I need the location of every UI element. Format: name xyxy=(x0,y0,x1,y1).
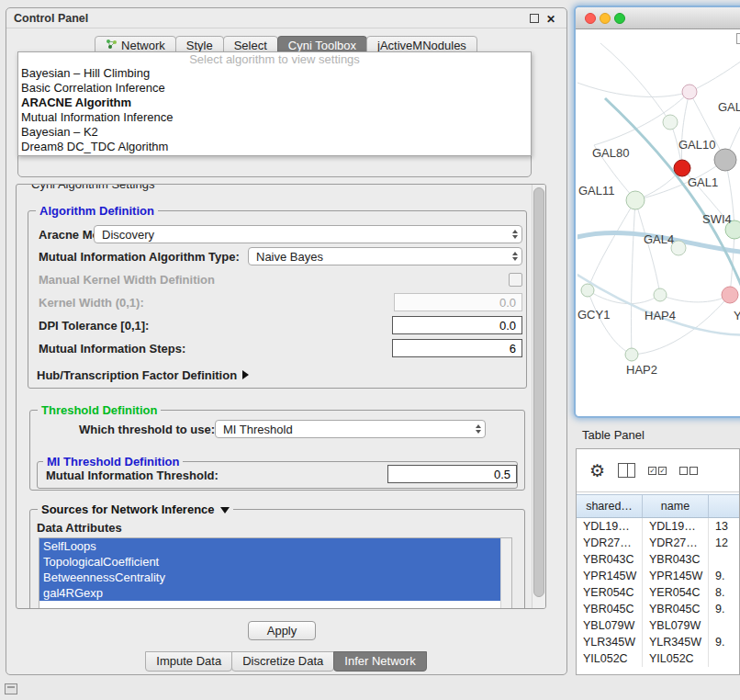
algorithm-option[interactable]: Mutual Information Inference xyxy=(18,110,531,125)
tab-discretize-data-label: Discretize Data xyxy=(242,652,323,671)
algorithm-option[interactable]: Dream8 DC_TDC Algorithm xyxy=(18,140,531,154)
tab-impute-data[interactable]: Impute Data xyxy=(145,651,232,672)
node-label: SWI4 xyxy=(702,212,732,226)
table-row[interactable]: YLR345WYLR345W9. xyxy=(577,634,739,650)
cyni-algorithm-settings-group: Cyni Algorithm Settings Algorithm Defini… xyxy=(16,184,546,609)
data-attributes-list: SelfLoops TopologicalCoefficient Between… xyxy=(39,537,512,609)
network-view-window: GAL80 GAL10 GAL GAL11 GAL1 SWI4 GAL4 GCY… xyxy=(574,6,740,418)
manual-kernel-checkbox[interactable] xyxy=(509,273,522,287)
table-row[interactable]: YIL052CYIL052C xyxy=(577,650,739,667)
control-panel-window: Control Panel Network Style Select Cyni … xyxy=(6,7,567,675)
node-label: GAL11 xyxy=(578,184,615,198)
hub-section-toggle[interactable]: Hub/Transcription Factor Definition xyxy=(37,368,249,382)
node-label: Y xyxy=(734,309,740,322)
combo-up-down-icon xyxy=(476,424,481,434)
birdseye-toggle-icon[interactable] xyxy=(736,33,740,44)
table-row[interactable]: YBL079WYBL079W xyxy=(577,617,739,634)
network-node[interactable] xyxy=(654,288,667,301)
table-panel-title: Table Panel xyxy=(582,428,645,442)
sources-group-toggle[interactable]: Sources for Network Inference xyxy=(38,502,233,516)
combo-up-down-icon xyxy=(512,230,518,239)
algorithm-option[interactable]: Bayesian – K2 xyxy=(18,125,531,140)
table-row[interactable]: YPR145WYPR145W9. xyxy=(577,568,739,584)
aracne-mode-value: Discovery xyxy=(102,228,154,242)
node-label: GAL4 xyxy=(644,232,674,246)
network-node[interactable] xyxy=(581,284,594,297)
which-threshold-combobox[interactable]: MI Threshold xyxy=(215,420,486,438)
network-canvas[interactable]: GAL80 GAL10 GAL GAL11 GAL1 SWI4 GAL4 GCY… xyxy=(577,29,740,418)
table-row[interactable]: YER054CYER054C8. xyxy=(577,584,739,601)
hub-section-label: Hub/Transcription Factor Definition xyxy=(37,368,237,382)
table-header: shared… name xyxy=(577,494,739,518)
node-label: GAL10 xyxy=(678,138,715,152)
algorithm-popup-placeholder: Select algorithm to view settings xyxy=(18,52,531,66)
network-node[interactable] xyxy=(722,287,738,303)
settings-group-title: Cyni Algorithm Settings xyxy=(28,184,158,191)
manual-kernel-label: Manual Kernel Width Definition xyxy=(39,273,215,287)
table-row[interactable]: YBR045CYBR045C9. xyxy=(577,601,739,617)
column-header-extra[interactable] xyxy=(709,495,739,517)
settings-scrollbar-thumb[interactable] xyxy=(533,187,544,597)
aracne-mode-combobox[interactable]: Discovery xyxy=(94,225,522,243)
node-label: GAL1 xyxy=(688,175,718,189)
attribute-item[interactable]: SelfLoops xyxy=(39,538,501,554)
mi-threshold-group-title: MI Threshold Definition xyxy=(43,455,183,469)
kernel-width-input[interactable] xyxy=(394,293,522,311)
node-label: GAL80 xyxy=(592,146,629,160)
expanded-arrow-icon xyxy=(220,507,230,514)
algorithm-option[interactable]: Bayesian – Hill Climbing xyxy=(18,66,531,81)
dpi-tolerance-input[interactable] xyxy=(392,316,522,334)
data-attributes-label: Data Attributes xyxy=(37,521,122,535)
mi-threshold-label: Mutual Information Threshold: xyxy=(46,469,219,482)
close-icon[interactable] xyxy=(544,12,557,25)
deselect-all-icon[interactable] xyxy=(679,467,698,475)
collapsed-arrow-icon xyxy=(242,370,249,379)
node-label: GCY1 xyxy=(577,308,610,322)
table-toolbar: ✓✓ xyxy=(577,449,739,492)
network-graph: GAL80 GAL10 GAL GAL11 GAL1 SWI4 GAL4 GCY… xyxy=(577,29,740,418)
column-selector-icon[interactable] xyxy=(618,463,635,478)
mi-steps-input[interactable] xyxy=(392,339,522,357)
sources-group-title: Sources for Network Inference xyxy=(41,502,215,516)
screen: Control Panel Network Style Select Cyni … xyxy=(0,0,740,700)
gear-icon[interactable] xyxy=(589,460,605,481)
algorithm-option-selected[interactable]: ARACNE Algorithm xyxy=(18,96,531,110)
which-threshold-label: Which threshold to use: xyxy=(79,423,215,436)
network-node[interactable] xyxy=(714,149,736,171)
tab-impute-data-label: Impute Data xyxy=(156,652,221,671)
network-node[interactable] xyxy=(625,348,638,361)
network-node[interactable] xyxy=(663,115,678,130)
table-row[interactable]: YDR27…YDR27…12 xyxy=(577,535,739,551)
tab-discretize-data[interactable]: Discretize Data xyxy=(231,651,334,672)
tab-infer-network-label: Infer Network xyxy=(344,652,415,671)
docked-panel-icon[interactable] xyxy=(5,683,17,694)
network-node-gal10[interactable] xyxy=(674,160,690,176)
table-panel: ✓✓ shared… name YDL19…YDL19…13 YDR27…YDR… xyxy=(576,448,740,675)
kernel-width-label: Kernel Width (0,1): xyxy=(39,296,144,310)
table-row[interactable]: YBR043CYBR043C xyxy=(577,551,739,568)
close-traffic-light[interactable] xyxy=(585,13,596,24)
float-window-icon[interactable] xyxy=(528,12,541,25)
threshold-definition-title: Threshold Definition xyxy=(38,403,161,417)
attribute-item[interactable]: gal4RGexp xyxy=(39,585,501,601)
zoom-traffic-light[interactable] xyxy=(614,13,625,24)
select-all-icon[interactable]: ✓✓ xyxy=(648,467,667,475)
table-row[interactable]: YDL19…YDL19…13 xyxy=(577,518,739,535)
minimize-traffic-light[interactable] xyxy=(600,13,611,24)
tab-infer-network[interactable]: Infer Network xyxy=(333,651,426,672)
attribute-item[interactable]: TopologicalCoefficient xyxy=(39,554,501,570)
attribute-item[interactable]: BetweennessCentrality xyxy=(39,570,501,585)
mi-steps-label: Mutual Information Steps: xyxy=(39,342,185,356)
settings-scrollbar[interactable] xyxy=(532,185,545,608)
attributes-list-scrollbar[interactable] xyxy=(500,538,511,609)
column-header-name[interactable]: name xyxy=(643,495,709,517)
mi-type-combobox[interactable]: Naive Bayes xyxy=(248,247,522,265)
column-header-shared-name[interactable]: shared… xyxy=(577,495,643,517)
network-node[interactable] xyxy=(626,191,645,209)
algorithm-option[interactable]: Basic Correlation Inference xyxy=(18,81,531,96)
network-node[interactable] xyxy=(682,85,697,99)
mi-threshold-input[interactable] xyxy=(387,465,517,483)
control-panel-titlebar: Control Panel xyxy=(6,8,566,28)
node-label: HAP4 xyxy=(645,309,676,322)
apply-button[interactable]: Apply xyxy=(248,621,316,640)
